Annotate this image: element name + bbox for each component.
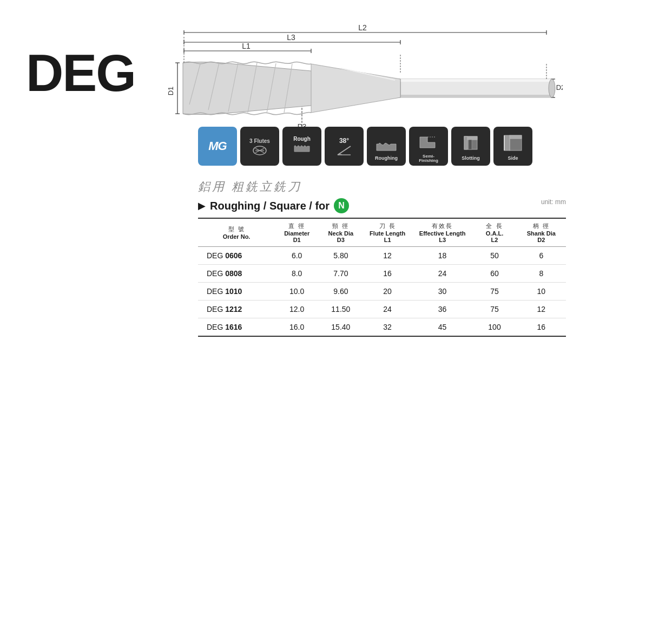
col-header-l2: 全 長 O.A.L. L2: [472, 218, 516, 247]
badge-roughing: Roughing: [367, 127, 406, 166]
cell-d3-1: 7.70: [319, 265, 363, 283]
cell-l3-1: 24: [412, 265, 473, 283]
cell-d1-4: 16.0: [275, 318, 319, 337]
col-header-d1: 直 徑 Diameter D1: [275, 218, 319, 247]
technical-drawing: L2 L3 L1 D1 D2 D3: [168, 15, 563, 134]
cell-l1-2: 20: [363, 283, 412, 301]
svg-text:L1: L1: [242, 42, 251, 50]
badge-38deg: 38°: [325, 127, 364, 166]
side-badge-label: Side: [508, 156, 518, 161]
svg-text:D2: D2: [556, 83, 563, 92]
slotting-badge-label: Slotting: [462, 156, 480, 161]
3flutes-icon: 3 Flutes: [248, 134, 272, 158]
chinese-title: 鋁用 粗銑立銑刀: [198, 179, 566, 195]
unit-label: unit: mm: [541, 198, 566, 206]
svg-text:3 Flutes: 3 Flutes: [249, 138, 270, 144]
badge-mg-label: MG: [208, 139, 226, 153]
svg-rect-50: [469, 140, 472, 149]
cell-l3-2: 30: [412, 283, 473, 301]
side-icon: [501, 131, 525, 155]
svg-rect-23: [400, 79, 552, 82]
cell-d1-1: 8.0: [275, 265, 319, 283]
col-header-l3: 有效長 Effective Length L3: [412, 218, 473, 247]
svg-line-44: [338, 146, 351, 155]
cell-d2-1: 8: [517, 265, 566, 283]
rough-icon: Rough: [290, 134, 314, 158]
feature-badges: MG 3 Flutes Rough 38°: [198, 127, 532, 166]
table-row: DEG 0808 8.0 7.70 16 24 60 8: [198, 265, 566, 283]
svg-rect-52: [510, 135, 522, 139]
n-badge-label: N: [338, 201, 345, 211]
cell-order-4: DEG 1616: [198, 318, 275, 337]
badge-3flutes: 3 Flutes: [240, 127, 279, 166]
cell-order-2: DEG 1010: [198, 283, 275, 301]
table-row: DEG 1010 10.0 9.60 20 30 75 10: [198, 283, 566, 301]
cell-l3-4: 45: [412, 318, 473, 337]
badge-semi-finishing: Semi-Finishing: [409, 127, 448, 166]
product-info: 鋁用 粗銑立銑刀 ▶ Roughing / Square / for N uni…: [198, 179, 566, 337]
svg-rect-49: [464, 136, 467, 149]
cell-order-1: DEG 0808: [198, 265, 275, 283]
col-header-d2: 柄 徑 Shank Dia D2: [517, 218, 566, 247]
svg-rect-22: [400, 79, 552, 97]
table-row: DEG 1212 12.0 11.50 24 36 75 12: [198, 301, 566, 318]
n-badge: N: [334, 198, 349, 213]
table-body: DEG 0606 6.0 5.80 12 18 50 6 DEG 0808 8.…: [198, 247, 566, 337]
subtitle-row: ▶ Roughing / Square / for N: [198, 198, 566, 213]
badge-side: Side: [493, 127, 532, 166]
badge-mg: MG: [198, 127, 237, 166]
cell-order-0: DEG 0606: [198, 247, 275, 265]
semi-finishing-icon: [417, 129, 440, 153]
triangle-icon: ▶: [198, 200, 206, 212]
cell-d1-2: 10.0: [275, 283, 319, 301]
slotting-icon: [459, 131, 483, 155]
product-logo: DEG: [26, 43, 135, 103]
cell-d2-0: 6: [517, 247, 566, 265]
cell-d2-2: 10: [517, 283, 566, 301]
table-header-row: 型 號 Order No. 直 徑 Diameter D1 頸 徑 Neck D…: [198, 218, 566, 247]
cell-l2-4: 100: [472, 318, 516, 337]
cell-d3-0: 5.80: [319, 247, 363, 265]
badge-slotting: Slotting: [451, 127, 490, 166]
semi-finishing-badge-label: Semi-Finishing: [419, 154, 438, 163]
table-row: DEG 0606 6.0 5.80 12 18 50 6: [198, 247, 566, 265]
col-header-order: 型 號 Order No.: [198, 218, 275, 247]
cell-d1-0: 6.0: [275, 247, 319, 265]
cell-l2-0: 50: [472, 247, 516, 265]
svg-text:L2: L2: [358, 23, 367, 32]
cell-d1-3: 12.0: [275, 301, 319, 318]
cell-l2-3: 75: [472, 301, 516, 318]
svg-text:L3: L3: [287, 33, 295, 42]
cell-l2-1: 60: [472, 265, 516, 283]
cell-d2-4: 16: [517, 318, 566, 337]
cell-l1-4: 32: [363, 318, 412, 337]
svg-rect-24: [400, 95, 552, 97]
col-header-d3: 頸 徑 Neck Dia D3: [319, 218, 363, 247]
cell-l3-3: 36: [412, 301, 473, 318]
svg-point-33: [549, 79, 555, 97]
cell-l1-0: 12: [363, 247, 412, 265]
38deg-icon: 38°: [332, 134, 356, 158]
cell-l1-3: 24: [363, 301, 412, 318]
col-header-l1: 刀 長 Flute Length L1: [363, 218, 412, 247]
roughing-badge-label: Roughing: [375, 156, 398, 161]
cell-d3-3: 11.50: [319, 301, 363, 318]
subtitle-text: Roughing / Square / for: [210, 200, 330, 212]
svg-rect-53: [504, 135, 510, 151]
cell-order-3: DEG 1212: [198, 301, 275, 318]
cell-l1-1: 16: [363, 265, 412, 283]
svg-text:38°: 38°: [339, 137, 349, 145]
cell-d3-2: 9.60: [319, 283, 363, 301]
table-row: DEG 1616 16.0 15.40 32 45 100 16: [198, 318, 566, 337]
svg-text:D1: D1: [168, 87, 175, 96]
cell-d3-4: 15.40: [319, 318, 363, 337]
badge-rough: Rough: [282, 127, 321, 166]
spec-table: 型 號 Order No. 直 徑 Diameter D1 頸 徑 Neck D…: [198, 218, 566, 337]
cell-l2-2: 75: [472, 283, 516, 301]
cell-l3-0: 18: [412, 247, 473, 265]
cell-d2-3: 12: [517, 301, 566, 318]
svg-text:Rough: Rough: [293, 136, 311, 142]
roughing-icon: [374, 131, 398, 155]
